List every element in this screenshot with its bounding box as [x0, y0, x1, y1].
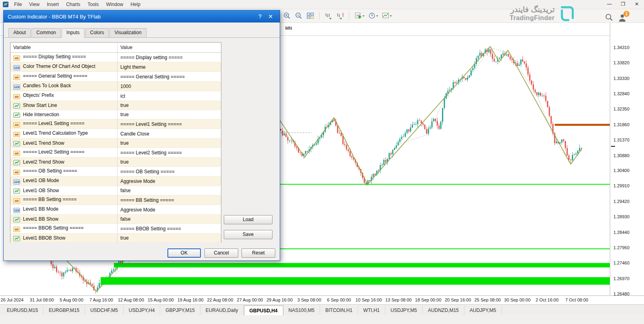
- dialog-title-bar[interactable]: Custom Indicator - BBOB MT4 By TFlab ? ✕: [4, 10, 280, 23]
- symbol-tab-bitcoin-h1[interactable]: BITCOIN,H1: [320, 306, 358, 315]
- maximize-button[interactable]: ❐: [620, 1, 626, 7]
- input-row[interactable]: Hide Intersectiontrue: [10, 110, 221, 119]
- dialog-tab-colors[interactable]: Colors: [85, 28, 109, 37]
- dialog-tab-about[interactable]: About: [8, 28, 31, 37]
- dialog-help-icon[interactable]: ?: [255, 13, 265, 20]
- menu-file[interactable]: File: [10, 0, 25, 8]
- symbol-tab-eurusd-m15[interactable]: EURUSD,M15: [2, 306, 43, 315]
- variable-value[interactable]: ===== OB Setting =====: [118, 167, 221, 176]
- dialog-tabs: AboutCommonInputsColorsVisualization: [4, 28, 280, 38]
- variable-value[interactable]: Aggresive Mode: [118, 205, 221, 215]
- input-row[interactable]: ab===== BB Setting ========== BB Setting…: [10, 195, 221, 205]
- symbol-tab-audnzd-m15[interactable]: AUDNZD,M15: [423, 306, 464, 315]
- input-row[interactable]: ab===== Level1 Setting ========== Level1…: [10, 119, 221, 129]
- input-row[interactable]: Level1 BBOB Showtrue: [10, 234, 221, 243]
- price-scale[interactable]: 1.343101.338201.333301.328401.323501.318…: [610, 23, 644, 295]
- menu-insert[interactable]: Insert: [43, 0, 62, 8]
- input-row[interactable]: ab===== OB Setting ========== OB Setting…: [10, 167, 221, 176]
- input-row[interactable]: Level2 Trend Showtrue: [10, 158, 221, 167]
- symbol-tab-usdjpy-m5[interactable]: USDJPY,M5: [385, 306, 423, 315]
- dropdown-caret-icon[interactable]: ▾: [363, 14, 364, 18]
- variable-value[interactable]: ===== Display setting =====: [118, 53, 221, 62]
- symbol-tab-nas100-m5[interactable]: NAS100,M5: [283, 306, 320, 315]
- input-row[interactable]: ab===== General Setting ========== Gener…: [10, 72, 221, 82]
- input-row[interactable]: Level1 BB Showfalse: [10, 215, 221, 224]
- menu-view[interactable]: View: [25, 0, 43, 8]
- symbol-tab-gbpjpy-m15[interactable]: GBPJPY,M15: [160, 306, 200, 315]
- ok-button[interactable]: OK: [167, 248, 201, 258]
- input-row[interactable]: 123Candles To Look Back1000: [10, 82, 221, 91]
- input-row[interactable]: Level1 Trend Showtrue: [10, 139, 221, 148]
- date-axis[interactable]: 26 Jul 202431 Jul 08:005 Aug 00:007 Aug …: [0, 295, 644, 304]
- variable-value[interactable]: true: [118, 110, 221, 119]
- dropdown-caret-icon[interactable]: ▾: [376, 14, 378, 18]
- price-label: 1.33820: [613, 60, 630, 65]
- variable-value[interactable]: ===== BBOB Setting =====: [118, 224, 221, 234]
- variable-value[interactable]: 1000: [118, 82, 221, 91]
- variable-cell: ab===== BB Setting =====: [10, 195, 118, 205]
- variable-value[interactable]: Candle Close: [118, 129, 221, 139]
- menu-help[interactable]: Help: [127, 0, 144, 8]
- dialog-close-icon[interactable]: ✕: [265, 13, 276, 20]
- save-button[interactable]: Save: [224, 230, 272, 239]
- input-row[interactable]: abLevel1 Trend Calculation TypeCandle Cl…: [10, 129, 221, 139]
- minimize-button[interactable]: —: [606, 1, 613, 7]
- variable-value[interactable]: Light theme: [118, 62, 221, 72]
- menu-charts[interactable]: Charts: [62, 0, 84, 8]
- periods-icon[interactable]: ▾: [367, 11, 379, 21]
- new-chart-icon[interactable]: ▾: [353, 11, 365, 21]
- dropdown-caret-icon[interactable]: ▾: [390, 14, 392, 18]
- input-row[interactable]: Show Start Linetrue: [10, 101, 221, 110]
- input-row[interactable]: 123Level1 BB ModeAggresive Mode: [10, 205, 221, 215]
- templates-icon[interactable]: ▾: [380, 11, 393, 21]
- date-label: 6 Sep 00:00: [327, 297, 351, 302]
- variable-value[interactable]: true: [118, 158, 221, 167]
- cancel-button[interactable]: Cancel: [204, 248, 238, 258]
- input-row[interactable]: ab===== Display Setting ========== Displ…: [10, 53, 221, 62]
- period-mn-button[interactable]: MN: [283, 24, 295, 32]
- input-row[interactable]: abObjects' Prefixict: [10, 91, 221, 101]
- variable-value[interactable]: ===== BB Setting =====: [118, 195, 221, 205]
- input-row[interactable]: 123Level1 OB ModeAggresive Mode: [10, 176, 221, 186]
- variable-value[interactable]: true: [118, 234, 221, 243]
- symbol-tab-usdjpy-h4[interactable]: USDJPY,H4: [124, 306, 160, 315]
- input-row[interactable]: ab===== BBOB Setting ========== BBOB Set…: [10, 224, 221, 234]
- symbol-tab-usdchf-m5[interactable]: USDCHF,M5: [85, 306, 124, 315]
- menu-window[interactable]: Window: [103, 0, 127, 8]
- zoom-in-icon[interactable]: [282, 11, 292, 21]
- auto-scroll-icon[interactable]: [323, 11, 334, 21]
- reset-button[interactable]: Reset: [242, 248, 275, 258]
- symbol-tab-gbpusd-h4[interactable]: GBPUSD,H4: [244, 306, 283, 316]
- variable-name: ===== Level2 Setting =====: [23, 149, 85, 155]
- variable-value[interactable]: Aggresive Mode: [118, 176, 221, 186]
- tile-windows-icon[interactable]: [305, 11, 316, 21]
- variable-value[interactable]: ===== Level2 Setting =====: [118, 148, 221, 158]
- user-account-icon[interactable]: 1: [617, 13, 627, 24]
- variable-value[interactable]: ict: [118, 91, 221, 101]
- input-row[interactable]: Level1 OB Showfalse: [10, 186, 221, 195]
- variable-value[interactable]: true: [118, 139, 221, 148]
- dialog-tab-common[interactable]: Common: [31, 28, 61, 37]
- symbol-tab-euraud-daily[interactable]: EURAUD,Daily: [200, 306, 244, 315]
- variable-value[interactable]: false: [118, 215, 221, 224]
- variable-value[interactable]: true: [118, 101, 221, 110]
- date-label: 12 Aug 08:00: [118, 297, 144, 302]
- symbol-tab-wti-h1[interactable]: WTI,H1: [358, 306, 386, 315]
- dialog-tab-inputs[interactable]: Inputs: [62, 28, 85, 38]
- load-button[interactable]: Load: [224, 215, 272, 224]
- symbol-tab-eurgbp-m15[interactable]: EURGBP,M15: [43, 306, 85, 315]
- input-row[interactable]: ab===== Level2 Setting ========== Level2…: [10, 148, 221, 158]
- dialog-tab-visualization[interactable]: Visualization: [109, 28, 146, 37]
- variable-value[interactable]: ===== Level1 Setting =====: [118, 119, 221, 129]
- input-row[interactable]: 123Color Theme Of Chart And ObjectLight …: [10, 62, 221, 72]
- symbol-tab-audjpy-m5[interactable]: AUDJPY,M5: [464, 306, 502, 315]
- dialog-title: Custom Indicator - BBOB MT4 By TFlab: [8, 14, 255, 20]
- variable-value[interactable]: ===== General Setting =====: [118, 72, 221, 82]
- chart-shift-icon[interactable]: [335, 11, 345, 21]
- search-icon[interactable]: [605, 13, 613, 23]
- menu-tools[interactable]: Tools: [84, 0, 103, 8]
- ab-type-icon: ab: [13, 132, 20, 137]
- variable-value[interactable]: false: [118, 186, 221, 195]
- close-button[interactable]: ✕: [634, 1, 640, 7]
- zoom-out-icon[interactable]: [293, 11, 304, 21]
